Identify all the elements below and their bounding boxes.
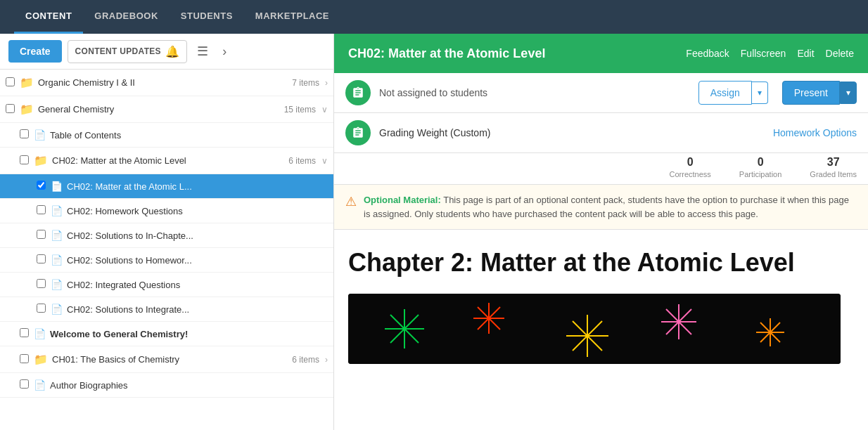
graded-items-stat: 37 Graded Items — [810, 156, 857, 178]
row-checkbox[interactable] — [20, 354, 34, 365]
edit-button[interactable]: Edit — [797, 48, 814, 59]
content-area: Chapter 2: Matter at the Atomic Level — [334, 230, 868, 430]
nav-marketplace[interactable]: MARKETPLACE — [244, 0, 340, 34]
row-checkbox[interactable] — [6, 104, 20, 115]
row-title: General Chemistry — [38, 104, 284, 115]
row-title: Welcome to General Chemistry! — [50, 329, 328, 339]
folder-icon: 📁 — [20, 76, 34, 89]
doc-icon: 📄 — [51, 254, 63, 266]
row-checkbox[interactable] — [37, 304, 51, 315]
sidebar-item-ch02-matter-folder[interactable]: 📁 CH02: Matter at the Atomic Level 6 ite… — [0, 148, 333, 174]
chevron-down-icon: ∨ — [321, 156, 328, 166]
doc-icon: 📄 — [51, 205, 63, 216]
row-title: Author Biographies — [50, 380, 328, 391]
row-checkbox[interactable] — [37, 279, 51, 290]
row-checkbox[interactable] — [20, 328, 34, 339]
row-title: CH01: The Basics of Chemistry — [52, 354, 292, 365]
sidebar-toolbar: Create CONTENT UPDATES 🔔 ☰ › — [0, 34, 333, 70]
assign-button[interactable]: Assign — [698, 81, 752, 105]
top-nav: CONTENT GRADEBOOK STUDENTS MARKETPLACE — [0, 0, 868, 34]
folder-icon: 📁 — [34, 154, 48, 167]
sidebar: Create CONTENT UPDATES 🔔 ☰ › 📁 Organic C… — [0, 34, 334, 430]
row-title: Organic Chemistry I & II — [38, 77, 292, 88]
list-view-button[interactable]: ☰ — [193, 39, 212, 63]
sidebar-item-author-bios[interactable]: 📄 Author Biographies — [0, 373, 333, 398]
row-checkbox[interactable] — [37, 205, 51, 216]
fireworks-image — [348, 294, 841, 364]
optional-material-banner: ⚠ Optional Material: This page is part o… — [334, 185, 868, 230]
sidebar-item-organic-chem[interactable]: 📁 Organic Chemistry I & II 7 items › — [0, 70, 333, 96]
correctness-label: Correctness — [670, 170, 711, 178]
expand-sidebar-button[interactable]: › — [218, 40, 231, 63]
warning-icon: ⚠ — [345, 194, 357, 209]
row-title: CH02: Solutions to Homewor... — [67, 255, 328, 266]
row-title: CH02: Homework Questions — [67, 206, 328, 216]
row-checkbox[interactable] — [20, 155, 34, 167]
sidebar-item-ch02-solutions-in[interactable]: 📄 CH02: Solutions to In-Chapte... — [0, 223, 333, 248]
homework-options-link[interactable]: Homework Options — [773, 127, 857, 138]
panel-title: CH02: Matter at the Atomic Level — [348, 46, 545, 61]
folder-icon: 📁 — [20, 103, 34, 116]
assignment-icon — [345, 80, 371, 105]
sidebar-item-ch02-integrated[interactable]: 📄 CH02: Integrated Questions — [0, 273, 333, 297]
fullscreen-button[interactable]: Fullscreen — [741, 48, 786, 59]
doc-icon: 📄 — [51, 181, 63, 192]
chapter-title: Chapter 2: Matter at the Atomic Level — [348, 247, 854, 280]
delete-button[interactable]: Delete — [826, 48, 854, 59]
doc-icon: 📄 — [51, 304, 63, 315]
nav-gradebook[interactable]: GRADEBOOK — [83, 0, 169, 34]
assign-bar: Not assigned to students Assign ▾ Presen… — [334, 73, 868, 113]
sidebar-item-ch02-atomic-l[interactable]: 📄 CH02: Matter at the Atomic L... — [0, 174, 333, 199]
assign-dropdown-button[interactable]: ▾ — [752, 82, 768, 104]
sidebar-item-general-chem[interactable]: 📁 General Chemistry 15 items ∨ — [0, 96, 333, 123]
row-checkbox[interactable] — [37, 230, 51, 241]
row-checkbox[interactable] — [20, 129, 34, 141]
correctness-stat: 0 Correctness — [670, 156, 711, 178]
chevron-right-icon: › — [325, 78, 328, 88]
row-title: CH02: Matter at the Atomic L... — [67, 181, 328, 192]
right-panel: CH02: Matter at the Atomic Level Feedbac… — [334, 34, 868, 430]
row-checkbox[interactable] — [20, 379, 34, 391]
sidebar-item-ch02-solutions-int[interactable]: 📄 CH02: Solutions to Integrate... — [0, 297, 333, 322]
row-checkbox[interactable] — [37, 254, 51, 266]
sidebar-item-ch01-basics[interactable]: 📁 CH01: The Basics of Chemistry 6 items … — [0, 346, 333, 373]
grading-bar: Grading Weight (Custom) Homework Options — [334, 113, 868, 153]
assign-button-group: Assign ▾ — [698, 81, 768, 105]
grading-icon — [345, 120, 371, 145]
graded-items-label: Graded Items — [810, 170, 857, 178]
content-updates-label: CONTENT UPDATES — [75, 46, 161, 56]
row-title: CH02: Solutions to Integrate... — [67, 304, 328, 315]
sidebar-item-table-of-contents[interactable]: 📄 Table of Contents — [0, 123, 333, 148]
row-checkbox[interactable] — [37, 181, 51, 192]
stats-row: 0 Correctness 0 Participation 37 Graded … — [334, 153, 868, 185]
sidebar-item-ch02-homework[interactable]: 📄 CH02: Homework Questions — [0, 199, 333, 223]
nav-students[interactable]: STUDENTS — [170, 0, 244, 34]
main-layout: Create CONTENT UPDATES 🔔 ☰ › 📁 Organic C… — [0, 34, 868, 430]
grading-weight-text: Grading Weight (Custom) — [379, 127, 765, 138]
row-count: 6 items — [288, 156, 316, 166]
content-updates-button[interactable]: CONTENT UPDATES 🔔 — [68, 40, 188, 63]
not-assigned-text: Not assigned to students — [379, 87, 690, 98]
sidebar-item-welcome[interactable]: 📄 Welcome to General Chemistry! — [0, 322, 333, 346]
participation-label: Participation — [739, 170, 782, 178]
chevron-right-icon: › — [325, 355, 328, 365]
participation-value: 0 — [739, 156, 782, 169]
row-title: Table of Contents — [50, 130, 328, 141]
row-count: 15 items — [284, 105, 316, 115]
row-title: CH02: Integrated Questions — [67, 280, 328, 290]
doc-icon: 📄 — [51, 279, 63, 290]
panel-header: CH02: Matter at the Atomic Level Feedbac… — [334, 34, 868, 73]
present-button[interactable]: Present — [782, 81, 840, 105]
doc-icon: 📄 — [34, 129, 46, 141]
correctness-value: 0 — [670, 156, 711, 169]
sidebar-item-ch02-solutions-hw[interactable]: 📄 CH02: Solutions to Homewor... — [0, 248, 333, 273]
feedback-button[interactable]: Feedback — [686, 48, 729, 59]
chevron-down-icon: ∨ — [321, 105, 328, 115]
sidebar-content: 📁 Organic Chemistry I & II 7 items › 📁 G… — [0, 70, 333, 430]
nav-content[interactable]: CONTENT — [14, 0, 83, 34]
present-dropdown-button[interactable]: ▾ — [840, 82, 857, 104]
create-button[interactable]: Create — [8, 40, 62, 63]
bell-icon: 🔔 — [165, 45, 179, 58]
row-count: 6 items — [292, 355, 319, 365]
row-checkbox[interactable] — [6, 77, 20, 89]
